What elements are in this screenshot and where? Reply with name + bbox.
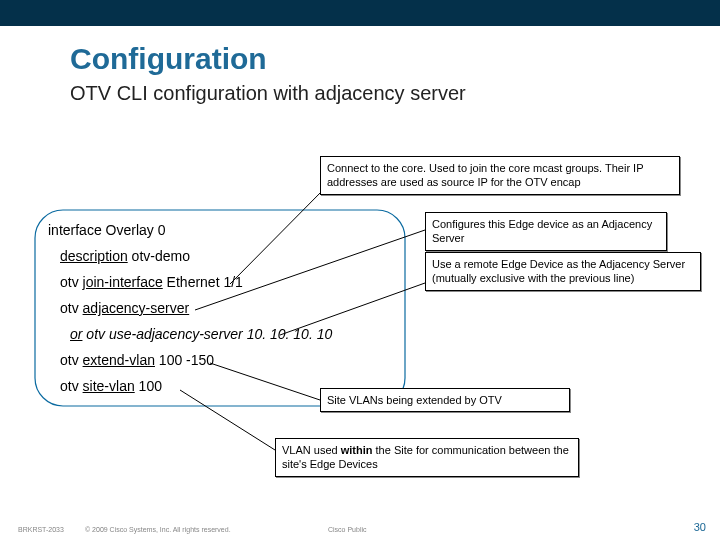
footer-copyright: © 2009 Cisco Systems, Inc. All rights re… [85, 526, 231, 533]
footer-classification: Cisco Public [328, 526, 367, 533]
cli-site-vlan: otv site-vlan 100 [60, 378, 162, 394]
footer-session-code: BRKRST-2033 [18, 526, 64, 533]
top-bar [0, 0, 720, 26]
cli-description: description otv-demo [60, 248, 190, 264]
callout-core: Connect to the core. Used to join the co… [320, 156, 680, 195]
callout-within-site: VLAN used within the Site for communicat… [275, 438, 579, 477]
callout-within-b: within [341, 444, 373, 456]
cli-extend-vlan: otv extend-vlan 100 -150 [60, 352, 214, 368]
svg-line-1 [230, 188, 325, 284]
callout-within-a: VLAN used [282, 444, 341, 456]
cli-adjacency-server: otv adjacency-server [60, 300, 189, 316]
page-subtitle: OTV CLI configuration with adjacency ser… [70, 82, 466, 105]
cli-interface: interface Overlay 0 [48, 222, 166, 238]
cli-or-use-adj: or otv use-adjacency-server 10. 10. 10. … [70, 326, 332, 342]
svg-line-5 [180, 390, 275, 450]
footer-page-number: 30 [694, 521, 706, 533]
svg-line-2 [195, 230, 425, 310]
page-title: Configuration [70, 42, 267, 76]
callout-remote-adj: Use a remote Edge Device as the Adjacenc… [425, 252, 701, 291]
callout-site-vlans: Site VLANs being extended by OTV [320, 388, 570, 412]
svg-line-4 [210, 363, 320, 400]
footer: BRKRST-2033 © 2009 Cisco Systems, Inc. A… [0, 514, 720, 540]
callout-adj-server: Configures this Edge device as an Adjace… [425, 212, 667, 251]
cli-join-interface: otv join-interface Ethernet 1/1 [60, 274, 243, 290]
